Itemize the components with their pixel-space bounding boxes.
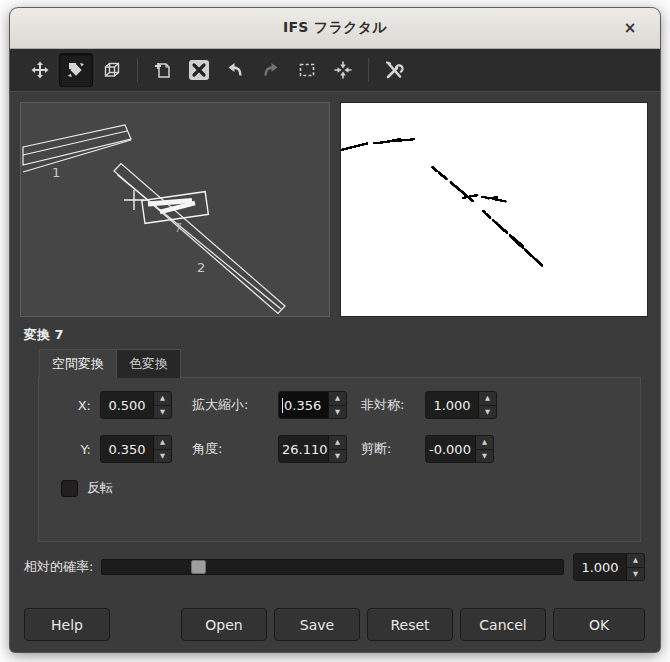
new-transform-button[interactable] bbox=[146, 53, 180, 87]
y-label: Y: bbox=[61, 442, 91, 457]
transform-title: 変換 7 bbox=[24, 326, 660, 344]
reset-button[interactable]: Reset bbox=[367, 608, 453, 641]
recenter-button[interactable] bbox=[326, 53, 360, 87]
angle-input[interactable]: 26.110 bbox=[279, 436, 328, 462]
y-spinbutton: 0.350 ▲▼ bbox=[100, 435, 172, 463]
shear-input[interactable]: -0.000 bbox=[426, 436, 475, 462]
shear-spin-down-icon[interactable]: ▼ bbox=[476, 450, 493, 463]
asymmetry-spin-up-icon[interactable]: ▲ bbox=[479, 392, 496, 406]
dialog-action-area: Help Open Save Reset Cancel OK bbox=[24, 608, 645, 641]
toolbar bbox=[10, 49, 660, 92]
shear-spinbutton: -0.000 ▲▼ bbox=[425, 435, 494, 463]
shape-7-label: 7 bbox=[174, 220, 182, 235]
y-spin-up-icon[interactable]: ▲ bbox=[154, 436, 171, 450]
x-label: X: bbox=[61, 398, 91, 413]
probability-row: 相対的確率: 1.000 ▲▼ bbox=[24, 553, 645, 581]
open-button[interactable]: Open bbox=[181, 608, 267, 641]
titlebar[interactable]: IFS フラクタル × bbox=[10, 8, 660, 49]
asymmetry-input[interactable]: 1.000 bbox=[426, 392, 478, 418]
scale-input[interactable]: 0.356 bbox=[279, 392, 328, 418]
new-transform-icon bbox=[153, 60, 173, 80]
save-button[interactable]: Save bbox=[274, 608, 360, 641]
render-options-button[interactable] bbox=[377, 53, 411, 87]
text-caret bbox=[282, 398, 283, 413]
move-icon bbox=[30, 60, 50, 80]
help-button[interactable]: Help bbox=[24, 608, 110, 641]
undo-icon bbox=[225, 60, 245, 80]
y-input[interactable]: 0.350 bbox=[101, 436, 153, 462]
probability-spin-up-icon[interactable]: ▲ bbox=[627, 554, 644, 568]
scale-label: 拡大縮小: bbox=[192, 396, 270, 414]
delete-transform-icon bbox=[188, 59, 210, 81]
window-title: IFS フラクタル bbox=[283, 19, 387, 37]
x-input[interactable]: 0.500 bbox=[101, 392, 153, 418]
shear-label: 剪断: bbox=[361, 440, 417, 458]
rotate-scale-icon bbox=[66, 60, 86, 80]
probability-input[interactable]: 1.000 bbox=[574, 554, 626, 580]
probability-spin-down-icon[interactable]: ▼ bbox=[627, 568, 644, 581]
probability-spinbutton: 1.000 ▲▼ bbox=[573, 553, 645, 581]
x-spin-up-icon[interactable]: ▲ bbox=[154, 392, 171, 406]
cancel-button[interactable]: Cancel bbox=[460, 608, 546, 641]
toolbar-separator bbox=[368, 58, 369, 82]
transform-shape-7-selected[interactable] bbox=[142, 192, 209, 224]
scale-spin-up-icon[interactable]: ▲ bbox=[329, 392, 346, 406]
scale-spin-down-icon[interactable]: ▼ bbox=[329, 406, 346, 419]
select-all-icon bbox=[297, 60, 317, 80]
x-spin-down-icon[interactable]: ▼ bbox=[154, 406, 171, 419]
y-spin-down-icon[interactable]: ▼ bbox=[154, 450, 171, 463]
redo-icon bbox=[261, 60, 281, 80]
spatial-transform-panel: X: 0.500 ▲▼ 拡大縮小: 0.356 ▲▼ 非対称: 1.000 ▲▼… bbox=[38, 377, 641, 542]
angle-spinbutton: 26.110 ▲▼ bbox=[278, 435, 347, 463]
transform-notebook: 空間変換 色変換 X: 0.500 ▲▼ 拡大縮小: 0.356 ▲▼ 非対称:… bbox=[38, 348, 641, 542]
transform-shape-1 bbox=[23, 125, 131, 172]
stretch-button[interactable] bbox=[95, 53, 129, 87]
angle-spin-down-icon[interactable]: ▼ bbox=[329, 450, 346, 463]
x-spinbutton: 0.500 ▲▼ bbox=[100, 391, 172, 419]
flip-label: 反転 bbox=[87, 479, 113, 497]
asymmetry-spinbutton: 1.000 ▲▼ bbox=[425, 391, 497, 419]
redo-button[interactable] bbox=[254, 53, 288, 87]
preview-row: 1 2 7 bbox=[10, 92, 660, 317]
asymmetry-label: 非対称: bbox=[361, 396, 417, 414]
transform-shape-2 bbox=[114, 164, 285, 314]
fractal-canvas bbox=[341, 103, 647, 316]
ifs-fractal-dialog: IFS フラクタル × bbox=[10, 8, 660, 652]
fractal-render-preview bbox=[340, 102, 648, 317]
transform-design-area[interactable]: 1 2 7 bbox=[20, 102, 330, 317]
move-button[interactable] bbox=[23, 53, 57, 87]
tab-color-transform[interactable]: 色変換 bbox=[117, 349, 181, 378]
stretch-icon bbox=[102, 60, 122, 80]
probability-label: 相対的確率: bbox=[24, 558, 93, 576]
render-options-icon bbox=[384, 60, 404, 80]
delete-transform-button[interactable] bbox=[182, 53, 216, 87]
undo-button[interactable] bbox=[218, 53, 252, 87]
angle-label: 角度: bbox=[192, 440, 270, 458]
ok-button[interactable]: OK bbox=[553, 608, 645, 641]
shape-1-label: 1 bbox=[52, 165, 60, 180]
probability-slider[interactable] bbox=[101, 559, 564, 575]
toolbar-separator bbox=[137, 58, 138, 82]
select-all-button[interactable] bbox=[290, 53, 324, 87]
recenter-icon bbox=[333, 60, 353, 80]
flip-checkbox[interactable] bbox=[61, 480, 78, 497]
tab-spatial-transform[interactable]: 空間変換 bbox=[39, 349, 117, 378]
shape-2-label: 2 bbox=[197, 260, 205, 275]
slider-handle[interactable] bbox=[191, 560, 206, 574]
rotate-scale-button[interactable] bbox=[59, 53, 93, 87]
asymmetry-spin-down-icon[interactable]: ▼ bbox=[479, 406, 496, 419]
scale-spinbutton: 0.356 ▲▼ bbox=[278, 391, 347, 419]
close-button[interactable]: × bbox=[616, 8, 644, 48]
center-crosshair-icon[interactable] bbox=[124, 190, 144, 210]
shear-spin-up-icon[interactable]: ▲ bbox=[476, 436, 493, 450]
angle-spin-up-icon[interactable]: ▲ bbox=[329, 436, 346, 450]
